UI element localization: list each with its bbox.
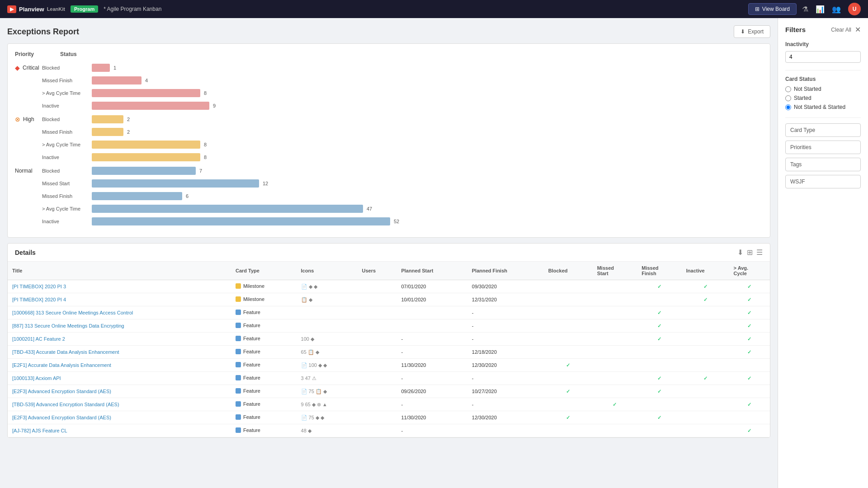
cell-title[interactable]: [PI TIMEBOX] 2020 PI 4: [8, 293, 231, 306]
cell-card-type: Feature: [231, 346, 297, 359]
users-icon[interactable]: 👥: [832, 5, 841, 14]
normal-label: Normal: [15, 168, 42, 174]
checkmark: ✓: [703, 297, 708, 302]
missed-finish-bar-container-critical: 4: [92, 76, 763, 84]
checkmark: ✓: [747, 349, 751, 355]
chart-icon[interactable]: 📊: [816, 5, 825, 14]
missed-finish-label-normal: Missed Finish: [42, 193, 92, 199]
normal-text: Normal: [15, 168, 33, 174]
col-card-type: Card Type: [231, 262, 297, 280]
cell-missed-finish: [637, 293, 682, 306]
app-sub: LeanKit: [47, 6, 65, 12]
cell-title[interactable]: [887] 313 Secure Online Meetings Data En…: [8, 319, 231, 333]
cell-title[interactable]: [TBD-539] Advanced Encryption Standard (…: [8, 398, 231, 411]
cell-title[interactable]: [AJ-782] AJS Feature CL: [8, 424, 231, 437]
cell-title[interactable]: [E2F3] Advanced Encryption Standard (AES…: [8, 411, 231, 424]
radio-not-started[interactable]: Not Started: [785, 86, 861, 92]
card-type-dropdown[interactable]: Card Type: [785, 123, 861, 137]
list-view-icon[interactable]: ☰: [756, 248, 763, 257]
missed-finish-value-normal: 6: [186, 193, 189, 199]
card-status-label: Card Status: [785, 76, 861, 82]
blocked-value-critical: 1: [113, 65, 116, 70]
critical-label: ◆ Critical: [15, 64, 42, 71]
export-label: Export: [748, 28, 764, 35]
cell-planned-finish: 09/30/2020: [467, 280, 544, 293]
tags-dropdown[interactable]: Tags: [785, 158, 861, 171]
card-type-name: Feature: [243, 349, 260, 354]
inactive-bar-container-critical: 9: [92, 102, 763, 110]
cell-blocked: [544, 398, 593, 411]
cell-title[interactable]: [TBD-433] Accurate Data Analysis Enhance…: [8, 346, 231, 359]
cell-title[interactable]: [E2F3] Advanced Encryption Standard (AES…: [8, 385, 231, 398]
missed-start-bar-container-normal: 12: [92, 179, 763, 188]
cell-planned-finish: -: [467, 333, 544, 346]
cell-icons: 3 47 ⚠: [297, 372, 358, 385]
avg-cycle-label-critical: > Avg Cycle Time: [42, 90, 92, 96]
priority-header: Priority: [15, 51, 42, 57]
filter-icon[interactable]: ⚗: [802, 5, 808, 14]
separator-2: [785, 117, 861, 118]
high-label: ⊗ High: [15, 116, 42, 123]
cell-avg-cycle: ✓: [729, 293, 770, 306]
cell-inactive: ✓: [682, 280, 729, 293]
cell-planned-start: -: [396, 346, 467, 359]
radio-started-input[interactable]: [785, 95, 791, 101]
cell-title[interactable]: [E2F1] Accurate Data Analysis Enhancemen…: [8, 359, 231, 372]
radio-not-started-input[interactable]: [785, 86, 791, 92]
avg-cycle-value-critical: 8: [204, 90, 207, 96]
card-type-color-swatch: [236, 362, 241, 367]
card-type-name: Milestone: [243, 283, 264, 289]
radio-started[interactable]: Started: [785, 95, 861, 101]
cell-planned-start: 11/30/2020: [396, 359, 467, 372]
close-filters-button[interactable]: ✕: [855, 25, 861, 34]
blocked-label-critical: Blocked: [42, 65, 92, 70]
card-status-filter: Card Status Not Started Started Not Star…: [785, 76, 861, 110]
cell-avg-cycle: ✓: [729, 372, 770, 385]
cell-planned-finish: -: [467, 372, 544, 385]
cell-planned-finish: -: [467, 306, 544, 319]
card-type-name: Feature: [243, 310, 260, 315]
high-icon: ⊗: [15, 116, 20, 123]
cell-icons: 📋 ◆: [297, 293, 358, 306]
cell-planned-finish: 12/31/2020: [467, 293, 544, 306]
cell-title[interactable]: [1000133] Acxiom API: [8, 372, 231, 385]
cell-missed-finish: ✓: [637, 319, 682, 333]
card-type-color-swatch: [236, 310, 241, 315]
grid-view-icon[interactable]: ⊞: [747, 248, 753, 257]
avg-cycle-value-high: 8: [204, 142, 207, 147]
cell-title[interactable]: [1000668] 313 Secure Online Meetings Acc…: [8, 306, 231, 319]
radio-not-started-and-started[interactable]: Not Started & Started: [785, 104, 861, 110]
cell-icons: 9 65 ◆ ⊗ ▲: [297, 398, 358, 411]
wsjf-dropdown[interactable]: WSJF: [785, 175, 861, 188]
table-row: [TBD-539] Advanced Encryption Standard (…: [8, 398, 770, 411]
cell-icons: 65 📋 ◆: [297, 346, 358, 359]
cell-planned-start: -: [396, 424, 467, 437]
radio-not-started-and-started-input[interactable]: [785, 104, 791, 110]
cell-avg-cycle: ✓: [729, 319, 770, 333]
planview-logo: ▶: [7, 5, 16, 13]
cell-blocked: [544, 319, 593, 333]
inactivity-input[interactable]: [785, 51, 861, 63]
priorities-dropdown[interactable]: Priorities: [785, 141, 861, 154]
download-details-icon[interactable]: ⬇: [737, 248, 743, 257]
export-button[interactable]: ⬇ Export: [734, 25, 770, 38]
cell-planned-start: 09/26/2020: [396, 385, 467, 398]
cell-title[interactable]: [1000201] AC Feature 2: [8, 333, 231, 346]
cell-planned-start: [396, 306, 467, 319]
card-type-name: Milestone: [243, 296, 264, 302]
cell-title[interactable]: [PI TIMEBOX] 2020 PI 3: [8, 280, 231, 293]
chart-section: Priority Status ◆ Critical Blocked 1: [7, 43, 770, 238]
col-missed-start: MissedStart: [593, 262, 637, 280]
radio-started-label: Started: [794, 95, 811, 101]
details-table-container: Title Card Type Icons Users Planned Star…: [8, 262, 770, 437]
clear-all-button[interactable]: Clear All: [831, 27, 851, 33]
cell-planned-finish: 12/30/2020: [467, 359, 544, 372]
col-avg-cycle: > Avg.Cycle: [729, 262, 770, 280]
cell-icons: [297, 306, 358, 319]
blocked-label-normal: Blocked: [42, 168, 92, 174]
avg-cycle-bar-container-critical: 8: [92, 89, 763, 97]
user-avatar[interactable]: U: [848, 3, 861, 15]
cell-card-type: Milestone: [231, 293, 297, 306]
view-board-button[interactable]: ⊞ View Board: [748, 3, 797, 15]
app-logo: ▶ Planview LeanKit: [7, 5, 65, 13]
